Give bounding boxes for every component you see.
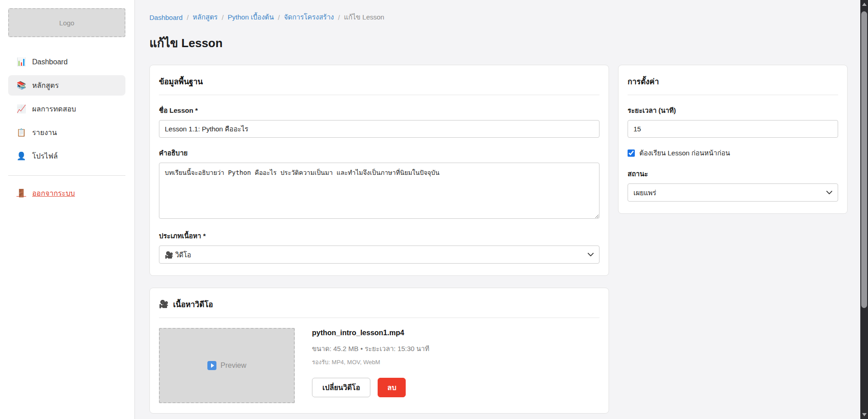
scrollbar-down-arrow[interactable] xyxy=(860,411,868,419)
chart-up-icon: 📈 xyxy=(16,104,26,114)
sidebar: Logo 📊 Dashboard 📚 หลักสูตร 📈 ผลการทดสอบ… xyxy=(0,0,135,419)
lesson-name-label: ชื่อ Lesson * xyxy=(159,105,599,116)
status-label: สถานะ xyxy=(628,169,838,179)
video-preview[interactable]: Preview xyxy=(159,328,295,403)
content-type-label: ประเภทเนื้อหา * xyxy=(159,231,599,241)
settings-card-title: การตั้งค่า xyxy=(628,75,838,95)
person-icon: 👤 xyxy=(16,151,26,161)
video-meta: ขนาด: 45.2 MB • ระยะเวลา: 15:30 นาที xyxy=(312,343,429,354)
breadcrumb-separator: / xyxy=(278,14,280,21)
status-select-wrap: เผยแพร่ xyxy=(628,183,838,202)
duration-input[interactable] xyxy=(628,120,838,138)
vertical-scrollbar[interactable] xyxy=(860,0,868,419)
breadcrumb-separator: / xyxy=(222,14,224,21)
breadcrumb-link-structure[interactable]: จัดการโครงสร้าง xyxy=(284,12,334,23)
description-label: คำอธิบาย xyxy=(159,148,599,159)
door-icon: 🚪 xyxy=(16,188,26,198)
sidebar-item-courses[interactable]: 📚 หลักสูตร xyxy=(8,75,125,96)
basic-info-card: ข้อมูลพื้นฐาน ชื่อ Lesson * คำอธิบาย บทเ… xyxy=(149,65,609,276)
sidebar-item-reports[interactable]: 📋 รายงาน xyxy=(8,122,125,143)
duration-label: ระยะเวลา (นาที) xyxy=(628,105,838,116)
clipboard-icon: 📋 xyxy=(16,128,26,137)
duration-field: ระยะเวลา (นาที) xyxy=(628,105,838,138)
description-field: คำอธิบาย บทเรียนนี้จะอธิบายว่า Python คื… xyxy=(159,148,599,221)
scrollbar-up-arrow[interactable] xyxy=(860,0,868,8)
change-video-button[interactable]: เปลี่ยนวิดีโอ xyxy=(312,378,370,397)
bar-chart-icon: 📊 xyxy=(16,57,26,67)
scrollbar-thumb[interactable] xyxy=(861,11,867,308)
breadcrumb-link-dashboard[interactable]: Dashboard xyxy=(149,14,182,21)
settings-card: การตั้งค่า ระยะเวลา (นาที) ต้องเรียน Les… xyxy=(618,65,848,214)
breadcrumb-link-courses[interactable]: หลักสูตร xyxy=(193,12,218,23)
sidebar-item-profile[interactable]: 👤 โปรไฟล์ xyxy=(8,146,125,166)
lesson-name-input[interactable] xyxy=(159,120,599,138)
delete-video-button[interactable]: ลบ xyxy=(378,378,406,397)
status-select[interactable]: เผยแพร่ xyxy=(628,183,838,202)
video-card-title: 🎥 เนื้อหาวิดีโอ xyxy=(159,298,599,318)
sidebar-item-label: Dashboard xyxy=(32,58,67,66)
prerequisite-checkbox[interactable] xyxy=(628,149,635,157)
sidebar-item-label: โปรไฟล์ xyxy=(32,150,58,162)
video-filename: python_intro_lesson1.mp4 xyxy=(312,329,429,337)
books-icon: 📚 xyxy=(16,81,26,90)
sidebar-nav: 📊 Dashboard 📚 หลักสูตร 📈 ผลการทดสอบ 📋 รา… xyxy=(8,52,125,166)
video-content-card: 🎥 เนื้อหาวิดีโอ Preview python_intro_les… xyxy=(149,288,609,414)
logout-link[interactable]: 🚪 ออกจากระบบ xyxy=(16,188,75,199)
page-title: แก้ไข Lesson xyxy=(149,34,848,52)
sidebar-item-label: รายงาน xyxy=(32,127,57,138)
right-column: การตั้งค่า ระยะเวลา (นาที) ต้องเรียน Les… xyxy=(618,65,848,226)
video-buttons: เปลี่ยนวิดีโอ ลบ xyxy=(312,378,429,397)
app-window: Logo 📊 Dashboard 📚 หลักสูตร 📈 ผลการทดสอบ… xyxy=(0,0,860,419)
breadcrumb-current: แก้ไข Lesson xyxy=(344,12,384,23)
content-type-field: ประเภทเนื้อหา * 🎥 วิดีโอ xyxy=(159,231,599,264)
left-column: ข้อมูลพื้นฐาน ชื่อ Lesson * คำอธิบาย บทเ… xyxy=(149,65,609,419)
prerequisite-row: ต้องเรียน Lesson ก่อนหน้าก่อน xyxy=(628,148,838,159)
video-row: Preview python_intro_lesson1.mp4 ขนาด: 4… xyxy=(159,328,599,403)
sidebar-item-label: ผลการทดสอบ xyxy=(32,103,76,115)
status-field: สถานะ เผยแพร่ xyxy=(628,169,838,202)
sidebar-item-dashboard[interactable]: 📊 Dashboard xyxy=(8,52,125,72)
breadcrumb: Dashboard / หลักสูตร / Python เบื้องต้น … xyxy=(149,12,848,23)
preview-label: Preview xyxy=(221,361,246,370)
description-textarea[interactable]: บทเรียนนี้จะอธิบายว่า Python คืออะไร ประ… xyxy=(159,163,599,219)
content-columns: ข้อมูลพื้นฐาน ชื่อ Lesson * คำอธิบาย บทเ… xyxy=(149,65,848,419)
play-icon xyxy=(207,361,216,370)
sidebar-divider xyxy=(8,175,125,176)
main-content: Dashboard / หลักสูตร / Python เบื้องต้น … xyxy=(135,0,860,419)
sidebar-item-test-results[interactable]: 📈 ผลการทดสอบ xyxy=(8,99,125,119)
prerequisite-label: ต้องเรียน Lesson ก่อนหน้าก่อน xyxy=(639,148,730,159)
video-camera-icon: 🎥 xyxy=(159,299,168,309)
content-type-select[interactable]: 🎥 วิดีโอ xyxy=(159,246,599,264)
lesson-name-field: ชื่อ Lesson * xyxy=(159,105,599,138)
basic-info-card-title: ข้อมูลพื้นฐาน xyxy=(159,75,599,95)
breadcrumb-separator: / xyxy=(338,14,340,21)
breadcrumb-separator: / xyxy=(187,14,188,21)
content-type-select-wrap: 🎥 วิดีโอ xyxy=(159,246,599,264)
video-info: python_intro_lesson1.mp4 ขนาด: 45.2 MB •… xyxy=(312,328,429,403)
logout-label: ออกจากระบบ xyxy=(32,188,75,199)
video-supported-formats: รองรับ: MP4, MOV, WebM xyxy=(312,357,429,367)
breadcrumb-link-course[interactable]: Python เบื้องต้น xyxy=(228,12,274,23)
sidebar-item-label: หลักสูตร xyxy=(32,80,59,91)
logo-placeholder: Logo xyxy=(8,8,125,37)
